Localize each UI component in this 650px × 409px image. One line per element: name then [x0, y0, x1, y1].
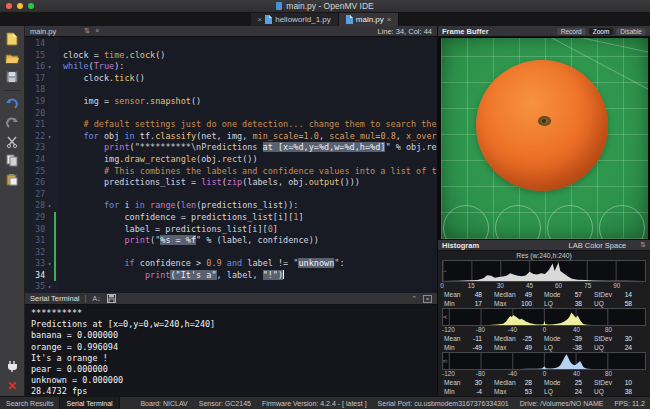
stat-pair: Median28 — [494, 379, 544, 386]
close-terminal-icon[interactable]: × — [423, 295, 432, 303]
stop-script-button[interactable]: ✕ — [3, 377, 22, 394]
stat-pair: Max49 — [494, 344, 544, 351]
terminal-line: ********** — [31, 308, 437, 319]
close-tab-icon[interactable]: × — [258, 15, 263, 24]
stat-pair: Mode57 — [544, 291, 594, 298]
cut-button[interactable] — [3, 133, 22, 150]
tab-helloworld[interactable]: × helloworld_1.py — [251, 13, 339, 26]
drive-status: Drive: /Volumes/NO NAME — [520, 400, 604, 407]
document-dropdown-icon[interactable]: ⇅ — [84, 27, 90, 35]
copy-icon — [6, 154, 18, 167]
code-line: 28▾ for i in range(len(predictions_list)… — [25, 200, 437, 212]
record-button[interactable]: Record — [557, 28, 586, 35]
stat-pair: UQ38 — [594, 388, 644, 395]
orange-stem — [538, 116, 551, 126]
serial-terminal-title: Serial Terminal — [30, 294, 79, 303]
stat-pair: Max53 — [494, 388, 544, 395]
histogram-axis-l: 0153045607590 — [442, 282, 646, 290]
save-file-button[interactable] — [3, 68, 22, 85]
search-results-tab[interactable]: Search Results — [0, 397, 59, 409]
cursor-position: Line: 34, Col: 44 — [377, 27, 432, 36]
serial-terminal-output[interactable]: **********Predictions at [x=0,y=0,w=240,… — [25, 305, 437, 398]
redo-button[interactable] — [3, 114, 22, 131]
histogram-stats-b-row1: Mean30Median28Mode25StDev10 — [438, 378, 650, 387]
left-toolbar: ✕ — [0, 26, 25, 396]
titlebar: main.py - OpenMV IDE — [0, 0, 650, 13]
code-line: 18 — [25, 84, 437, 96]
axis-tick-label: -120 — [442, 326, 455, 333]
save-icon — [6, 71, 18, 83]
axis-tick-label: 45 — [526, 282, 533, 289]
histogram-stats-a-row2: Min-49Max49LQ-38UQ24 — [438, 343, 650, 352]
code-line: 20 — [25, 108, 437, 120]
stat-pair: LQ24 — [544, 388, 594, 395]
stat-pair: Mean30 — [444, 379, 494, 386]
axis-tick-label: 40 — [573, 326, 580, 333]
stat-pair: Min-4 — [444, 388, 494, 395]
axis-tick-label: 0 — [543, 326, 547, 333]
axis-tick-label: 80 — [605, 326, 612, 333]
editor-pane: main.py ⇅ × Line: 34, Col: 44 1415clock … — [25, 26, 437, 293]
undo-button[interactable] — [3, 95, 22, 112]
code-line: 30 label = predictions_list[i][0] — [25, 224, 437, 236]
code-line: 15clock = time.clock() — [25, 50, 437, 62]
histogram-stats-l-row2: Min17Max100LQ38UQ58 — [438, 299, 650, 308]
copy-button[interactable] — [3, 152, 22, 169]
open-folder-icon — [5, 52, 19, 64]
code-line: 24 img.draw_rectangle(obj.rect()) — [25, 154, 437, 166]
save-log-icon[interactable] — [107, 294, 116, 303]
axis-tick-label: -80 — [476, 370, 485, 377]
zoom-button[interactable]: Zoom — [589, 28, 614, 35]
open-file-button[interactable] — [3, 49, 22, 66]
code-line: 16▾while(True): — [25, 61, 437, 73]
connect-board-button[interactable] — [3, 358, 22, 375]
status-bar: Search Results Serial Terminal Board: NI… — [0, 396, 650, 409]
collapse-terminal-icon[interactable]: ⌃ — [411, 295, 417, 303]
code-line: 17 clock.tick() — [25, 73, 437, 85]
color-space-select[interactable]: LAB Color Space — [569, 241, 627, 250]
right-pane: Frame Buffer Record Zoom Disable Histogr… — [437, 26, 650, 396]
color-space-dropdown-icon[interactable]: ⇅ — [640, 241, 646, 249]
camera-image-cutting-mat — [441, 38, 648, 239]
axis-tick-label: 75 — [584, 282, 591, 289]
font-size-icon[interactable]: A↓ — [92, 295, 100, 302]
stop-icon: ✕ — [7, 380, 17, 392]
code-area[interactable]: 1415clock = time.clock()16▾while(True):1… — [25, 37, 437, 293]
stat-pair: Mean-11 — [444, 335, 494, 342]
histogram-plot-b: B — [442, 352, 646, 370]
stat-pair: LQ-38 — [544, 344, 594, 351]
fps-status: FPS: 11.2 — [614, 400, 645, 407]
terminal-line: banana = 0.000000 — [31, 330, 437, 341]
close-document-icon[interactable]: × — [95, 27, 99, 35]
stat-pair: Min17 — [444, 300, 494, 307]
serial-terminal-pane: Serial Terminal A↓ ⌃ × **********Predict… — [25, 293, 437, 396]
terminal-line: orange = 0.996094 — [31, 342, 437, 353]
tab-main[interactable]: main.py × — [339, 13, 400, 26]
code-line: 14 — [25, 38, 437, 50]
code-line: 19 img = sensor.snapshot() — [25, 96, 437, 108]
terminal-line: It's a orange ! — [31, 353, 437, 364]
document-selector[interactable]: main.py — [30, 27, 56, 36]
histogram-plot-l: L — [442, 260, 646, 282]
paste-icon — [6, 173, 18, 186]
code-line: 25 # This combines the labels and confid… — [25, 166, 437, 178]
axis-tick-label: 15 — [468, 282, 475, 289]
axis-tick-label: 90 — [613, 282, 620, 289]
window-title: main.py - OpenMV IDE — [0, 1, 650, 11]
code-line: 35▾ — [25, 281, 437, 293]
stat-pair: Mode-39 — [544, 335, 594, 342]
code-line: 27 — [25, 189, 437, 201]
disable-button[interactable]: Disable — [616, 28, 646, 35]
text-cursor — [283, 270, 284, 279]
frame-buffer-header: Frame Buffer Record Zoom Disable — [438, 26, 650, 37]
serial-terminal-tab[interactable]: Serial Terminal — [59, 397, 119, 409]
code-line: 29 confidence = predictions_list[i][1] — [25, 212, 437, 224]
histogram-header: Histogram LAB Color Space ⇅ — [438, 240, 650, 251]
toolbar-separator — [4, 90, 21, 91]
stat-pair: StDev14 — [594, 291, 644, 298]
stat-pair: UQ58 — [594, 300, 644, 307]
close-tab-icon[interactable]: × — [387, 15, 392, 24]
new-file-button[interactable] — [3, 30, 22, 47]
axis-tick-label: -40 — [508, 326, 517, 333]
paste-button[interactable] — [3, 171, 22, 188]
